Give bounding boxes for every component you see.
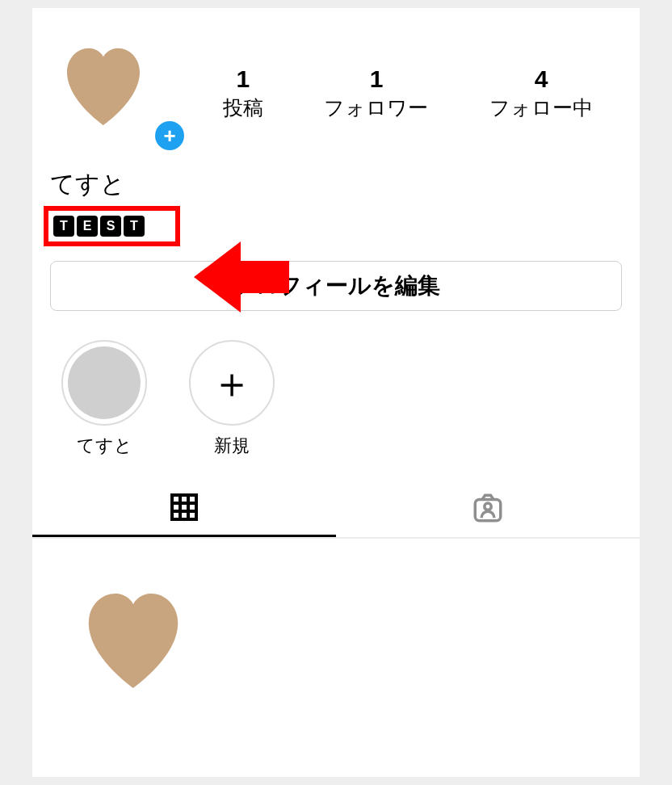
tagged-icon — [471, 491, 505, 525]
display-name: てすと — [50, 168, 622, 201]
bio-char: T — [124, 216, 145, 237]
highlight-circle: ＋ — [189, 340, 275, 426]
highlight-item[interactable]: てすと — [60, 340, 149, 458]
highlight-label: てすと — [60, 434, 149, 458]
stat-following-count: 4 — [489, 65, 593, 93]
profile-tabs — [32, 479, 640, 539]
grid-icon — [168, 491, 200, 523]
profile-screen: + 1 投稿 1 フォロワー 4 フォロー中 てすと T E S T — [32, 8, 640, 777]
highlight-thumbnail — [68, 346, 141, 419]
profile-name-block: てすと T E S T — [32, 153, 640, 246]
svg-point-7 — [485, 503, 491, 510]
edit-profile-button[interactable]: プロフィールを編集 — [50, 261, 622, 311]
plus-icon: ＋ — [211, 362, 253, 404]
edit-profile-wrap: プロフィールを編集 — [32, 246, 640, 311]
plus-icon: + — [163, 125, 175, 146]
stat-following-label: フォロー中 — [489, 96, 593, 119]
stat-followers-count: 1 — [324, 65, 428, 93]
profile-stats: 1 投稿 1 フォロワー 4 フォロー中 — [192, 65, 624, 121]
stat-followers[interactable]: 1 フォロワー — [324, 65, 428, 121]
avatar[interactable]: + — [55, 40, 160, 145]
profile-header: + 1 投稿 1 フォロワー 4 フォロー中 — [32, 8, 640, 153]
stat-posts-label: 投稿 — [223, 96, 263, 119]
bio-char: E — [77, 216, 98, 237]
tab-tagged[interactable] — [336, 479, 640, 537]
post-thumbnail[interactable] — [32, 539, 234, 741]
highlight-circle — [61, 340, 147, 426]
stat-following[interactable]: 4 フォロー中 — [489, 65, 593, 121]
tab-grid[interactable] — [32, 479, 336, 537]
stat-posts[interactable]: 1 投稿 — [223, 65, 263, 121]
bio-highlight-box: T E S T — [44, 206, 180, 246]
bio-char: T — [53, 216, 74, 237]
highlight-label: 新規 — [187, 434, 276, 458]
story-highlights: てすと ＋ 新規 — [32, 311, 640, 474]
bio-char: S — [100, 216, 121, 237]
heart-icon — [73, 584, 194, 696]
stat-posts-count: 1 — [223, 65, 263, 93]
highlight-new[interactable]: ＋ 新規 — [187, 340, 276, 458]
add-story-badge[interactable]: + — [155, 121, 184, 150]
heart-icon — [55, 40, 160, 129]
stat-followers-label: フォロワー — [324, 96, 428, 119]
svg-rect-1 — [172, 495, 196, 519]
post-grid — [32, 539, 640, 741]
